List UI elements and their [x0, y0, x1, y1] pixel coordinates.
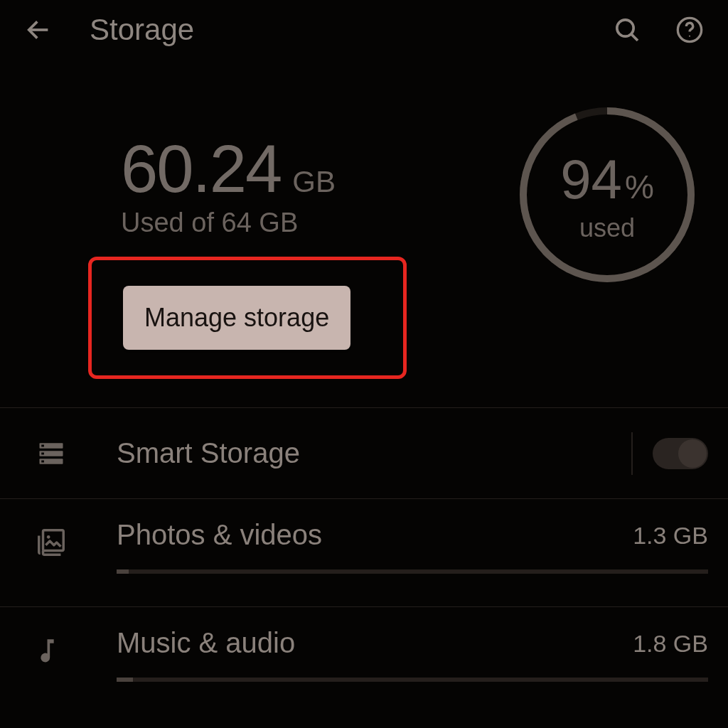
category-progress-fill	[117, 678, 133, 682]
manage-storage-highlight: Manage storage	[88, 257, 407, 379]
category-progress-bar	[117, 678, 708, 682]
svg-rect-12	[41, 460, 44, 462]
storage-used-value: 60.24	[121, 131, 281, 208]
smart-storage-row[interactable]: Smart Storage	[0, 407, 728, 498]
storage-server-icon	[36, 438, 67, 469]
percent-used-label: used	[579, 213, 635, 243]
back-arrow-icon	[24, 16, 53, 44]
storage-used-of: Used of 64 GB	[121, 208, 486, 238]
help-button[interactable]	[668, 9, 711, 51]
category-label: Photos & videos	[117, 519, 322, 551]
storage-donut-chart: 94 % used	[515, 102, 700, 287]
divider	[631, 432, 633, 475]
category-size: 1.3 GB	[633, 519, 708, 550]
back-button[interactable]	[17, 9, 60, 51]
svg-line-2	[631, 34, 638, 41]
search-icon	[613, 16, 641, 44]
category-size: 1.8 GB	[633, 627, 708, 658]
svg-point-1	[617, 20, 633, 36]
percent-symbol: %	[625, 168, 654, 206]
manage-storage-button[interactable]: Manage storage	[123, 286, 350, 350]
svg-rect-10	[41, 444, 44, 446]
toggle-knob	[678, 439, 707, 468]
category-progress-fill	[117, 569, 129, 574]
category-row-music[interactable]: Music & audio 1.8 GB	[0, 606, 728, 714]
storage-used-unit: GB	[292, 165, 336, 199]
photos-icon	[35, 526, 68, 559]
smart-storage-toggle[interactable]	[653, 438, 708, 469]
search-button[interactable]	[606, 9, 648, 51]
svg-rect-13	[43, 530, 64, 551]
svg-point-14	[47, 535, 50, 539]
percent-used-value: 94	[560, 147, 622, 212]
svg-point-4	[689, 36, 690, 37]
help-icon	[675, 16, 704, 44]
smart-storage-label: Smart Storage	[117, 437, 611, 469]
category-label: Music & audio	[117, 627, 295, 659]
category-row-photos[interactable]: Photos & videos 1.3 GB	[0, 498, 728, 606]
category-progress-bar	[117, 569, 708, 574]
page-title: Storage	[90, 13, 194, 47]
svg-rect-11	[41, 452, 44, 454]
music-icon	[36, 634, 67, 665]
